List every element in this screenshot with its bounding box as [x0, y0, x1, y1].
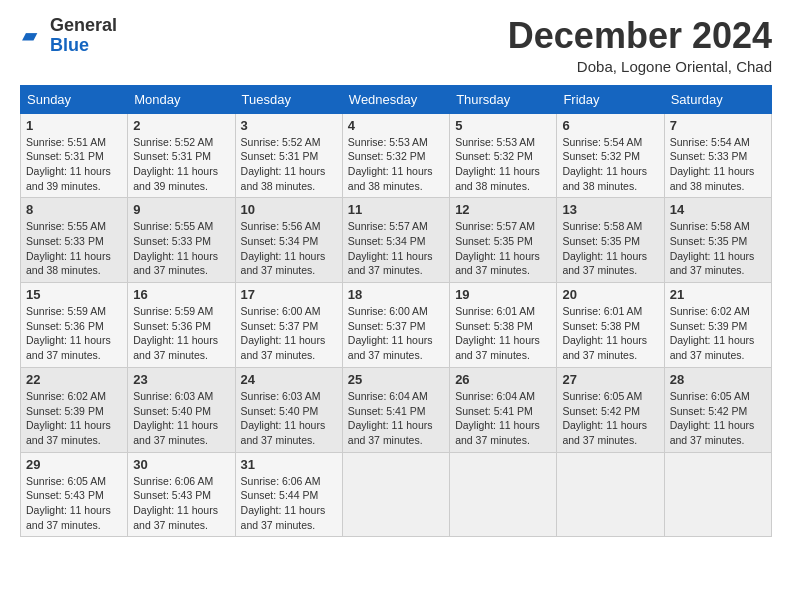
weekday-header-monday: Monday [128, 85, 235, 113]
calendar-cell: 6Sunrise: 5:54 AMSunset: 5:32 PMDaylight… [557, 113, 664, 198]
calendar-cell: 16Sunrise: 5:59 AMSunset: 5:36 PMDayligh… [128, 283, 235, 368]
day-number: 5 [455, 118, 551, 133]
calendar-cell: 1Sunrise: 5:51 AMSunset: 5:31 PMDaylight… [21, 113, 128, 198]
day-number: 27 [562, 372, 658, 387]
calendar-cell: 26Sunrise: 6:04 AMSunset: 5:41 PMDayligh… [450, 367, 557, 452]
day-info: Sunrise: 6:05 AMSunset: 5:43 PMDaylight:… [26, 474, 122, 533]
day-number: 29 [26, 457, 122, 472]
calendar-cell [342, 452, 449, 537]
day-number: 16 [133, 287, 229, 302]
day-info: Sunrise: 6:05 AMSunset: 5:42 PMDaylight:… [670, 389, 766, 448]
day-info: Sunrise: 6:04 AMSunset: 5:41 PMDaylight:… [455, 389, 551, 448]
day-number: 6 [562, 118, 658, 133]
weekday-header-wednesday: Wednesday [342, 85, 449, 113]
calendar-table: SundayMondayTuesdayWednesdayThursdayFrid… [20, 85, 772, 538]
day-number: 15 [26, 287, 122, 302]
day-number: 10 [241, 202, 337, 217]
calendar-cell [557, 452, 664, 537]
calendar-cell: 25Sunrise: 6:04 AMSunset: 5:41 PMDayligh… [342, 367, 449, 452]
calendar-week-row: 15Sunrise: 5:59 AMSunset: 5:36 PMDayligh… [21, 283, 772, 368]
day-info: Sunrise: 6:03 AMSunset: 5:40 PMDaylight:… [133, 389, 229, 448]
day-info: Sunrise: 5:58 AMSunset: 5:35 PMDaylight:… [562, 219, 658, 278]
calendar-cell [664, 452, 771, 537]
day-info: Sunrise: 5:54 AMSunset: 5:32 PMDaylight:… [562, 135, 658, 194]
day-number: 8 [26, 202, 122, 217]
calendar-header: SundayMondayTuesdayWednesdayThursdayFrid… [21, 85, 772, 113]
day-number: 4 [348, 118, 444, 133]
calendar-cell: 18Sunrise: 6:00 AMSunset: 5:37 PMDayligh… [342, 283, 449, 368]
calendar-cell: 30Sunrise: 6:06 AMSunset: 5:43 PMDayligh… [128, 452, 235, 537]
calendar-cell: 17Sunrise: 6:00 AMSunset: 5:37 PMDayligh… [235, 283, 342, 368]
day-number: 3 [241, 118, 337, 133]
day-number: 24 [241, 372, 337, 387]
calendar-cell: 2Sunrise: 5:52 AMSunset: 5:31 PMDaylight… [128, 113, 235, 198]
day-info: Sunrise: 5:53 AMSunset: 5:32 PMDaylight:… [455, 135, 551, 194]
calendar-cell: 12Sunrise: 5:57 AMSunset: 5:35 PMDayligh… [450, 198, 557, 283]
day-info: Sunrise: 6:02 AMSunset: 5:39 PMDaylight:… [26, 389, 122, 448]
day-number: 19 [455, 287, 551, 302]
day-info: Sunrise: 5:57 AMSunset: 5:34 PMDaylight:… [348, 219, 444, 278]
weekday-header-row: SundayMondayTuesdayWednesdayThursdayFrid… [21, 85, 772, 113]
day-number: 25 [348, 372, 444, 387]
logo-text: General Blue [50, 16, 117, 56]
day-number: 22 [26, 372, 122, 387]
calendar-body: 1Sunrise: 5:51 AMSunset: 5:31 PMDaylight… [21, 113, 772, 537]
calendar-page: ▰ General Blue December 2024 Doba, Logon… [0, 0, 792, 553]
day-number: 26 [455, 372, 551, 387]
day-info: Sunrise: 6:00 AMSunset: 5:37 PMDaylight:… [241, 304, 337, 363]
day-info: Sunrise: 6:01 AMSunset: 5:38 PMDaylight:… [455, 304, 551, 363]
calendar-cell: 20Sunrise: 6:01 AMSunset: 5:38 PMDayligh… [557, 283, 664, 368]
calendar-cell: 15Sunrise: 5:59 AMSunset: 5:36 PMDayligh… [21, 283, 128, 368]
day-info: Sunrise: 5:59 AMSunset: 5:36 PMDaylight:… [133, 304, 229, 363]
calendar-cell: 4Sunrise: 5:53 AMSunset: 5:32 PMDaylight… [342, 113, 449, 198]
day-info: Sunrise: 6:02 AMSunset: 5:39 PMDaylight:… [670, 304, 766, 363]
calendar-cell: 10Sunrise: 5:56 AMSunset: 5:34 PMDayligh… [235, 198, 342, 283]
day-info: Sunrise: 6:00 AMSunset: 5:37 PMDaylight:… [348, 304, 444, 363]
title-block: December 2024 Doba, Logone Oriental, Cha… [508, 16, 772, 75]
calendar-cell [450, 452, 557, 537]
svg-text:▰: ▰ [22, 24, 38, 46]
calendar-cell: 19Sunrise: 6:01 AMSunset: 5:38 PMDayligh… [450, 283, 557, 368]
day-info: Sunrise: 5:59 AMSunset: 5:36 PMDaylight:… [26, 304, 122, 363]
calendar-cell: 11Sunrise: 5:57 AMSunset: 5:34 PMDayligh… [342, 198, 449, 283]
day-info: Sunrise: 5:51 AMSunset: 5:31 PMDaylight:… [26, 135, 122, 194]
calendar-cell: 29Sunrise: 6:05 AMSunset: 5:43 PMDayligh… [21, 452, 128, 537]
day-info: Sunrise: 6:04 AMSunset: 5:41 PMDaylight:… [348, 389, 444, 448]
day-number: 23 [133, 372, 229, 387]
calendar-cell: 31Sunrise: 6:06 AMSunset: 5:44 PMDayligh… [235, 452, 342, 537]
calendar-cell: 24Sunrise: 6:03 AMSunset: 5:40 PMDayligh… [235, 367, 342, 452]
header: ▰ General Blue December 2024 Doba, Logon… [20, 16, 772, 75]
weekday-header-friday: Friday [557, 85, 664, 113]
calendar-cell: 21Sunrise: 6:02 AMSunset: 5:39 PMDayligh… [664, 283, 771, 368]
day-info: Sunrise: 5:53 AMSunset: 5:32 PMDaylight:… [348, 135, 444, 194]
location-subtitle: Doba, Logone Oriental, Chad [508, 58, 772, 75]
logo: ▰ General Blue [20, 16, 117, 56]
weekday-header-saturday: Saturday [664, 85, 771, 113]
day-number: 13 [562, 202, 658, 217]
day-number: 20 [562, 287, 658, 302]
day-info: Sunrise: 5:52 AMSunset: 5:31 PMDaylight:… [133, 135, 229, 194]
calendar-cell: 23Sunrise: 6:03 AMSunset: 5:40 PMDayligh… [128, 367, 235, 452]
day-info: Sunrise: 6:01 AMSunset: 5:38 PMDaylight:… [562, 304, 658, 363]
weekday-header-sunday: Sunday [21, 85, 128, 113]
calendar-week-row: 29Sunrise: 6:05 AMSunset: 5:43 PMDayligh… [21, 452, 772, 537]
calendar-cell: 27Sunrise: 6:05 AMSunset: 5:42 PMDayligh… [557, 367, 664, 452]
day-number: 30 [133, 457, 229, 472]
day-info: Sunrise: 6:06 AMSunset: 5:44 PMDaylight:… [241, 474, 337, 533]
calendar-cell: 8Sunrise: 5:55 AMSunset: 5:33 PMDaylight… [21, 198, 128, 283]
day-info: Sunrise: 5:58 AMSunset: 5:35 PMDaylight:… [670, 219, 766, 278]
day-info: Sunrise: 5:54 AMSunset: 5:33 PMDaylight:… [670, 135, 766, 194]
calendar-cell: 7Sunrise: 5:54 AMSunset: 5:33 PMDaylight… [664, 113, 771, 198]
day-info: Sunrise: 5:52 AMSunset: 5:31 PMDaylight:… [241, 135, 337, 194]
calendar-cell: 13Sunrise: 5:58 AMSunset: 5:35 PMDayligh… [557, 198, 664, 283]
day-number: 17 [241, 287, 337, 302]
calendar-cell: 22Sunrise: 6:02 AMSunset: 5:39 PMDayligh… [21, 367, 128, 452]
calendar-week-row: 8Sunrise: 5:55 AMSunset: 5:33 PMDaylight… [21, 198, 772, 283]
day-number: 12 [455, 202, 551, 217]
day-number: 31 [241, 457, 337, 472]
day-info: Sunrise: 5:56 AMSunset: 5:34 PMDaylight:… [241, 219, 337, 278]
calendar-cell: 9Sunrise: 5:55 AMSunset: 5:33 PMDaylight… [128, 198, 235, 283]
day-info: Sunrise: 6:06 AMSunset: 5:43 PMDaylight:… [133, 474, 229, 533]
day-info: Sunrise: 5:57 AMSunset: 5:35 PMDaylight:… [455, 219, 551, 278]
calendar-cell: 28Sunrise: 6:05 AMSunset: 5:42 PMDayligh… [664, 367, 771, 452]
